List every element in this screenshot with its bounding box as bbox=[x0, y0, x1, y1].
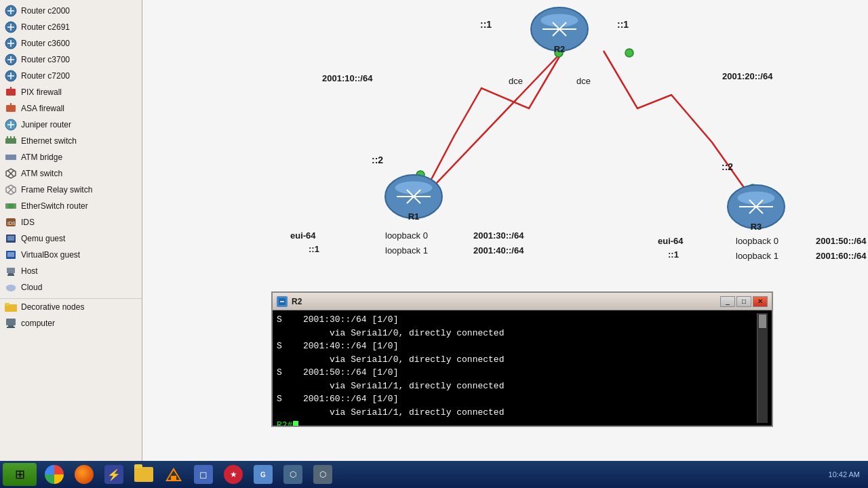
label-r1-2001-30: 2001:30::/64 bbox=[473, 230, 524, 241]
label-r1-2001-40: 2001:40::/64 bbox=[473, 245, 524, 256]
taskbar-chrome[interactable] bbox=[41, 463, 68, 486]
sidebar-item-frame-relay-switch[interactable]: Frame Relay switch bbox=[0, 182, 142, 198]
sidebar-label-ethernet-switch: Ethernet switch bbox=[21, 136, 77, 146]
label-r3-lb1: loopback 1 bbox=[736, 251, 778, 261]
sidebar-label-cloud: Cloud bbox=[21, 283, 42, 292]
label-if-r2-right-1: ::1 bbox=[617, 19, 629, 30]
terminal-minimize-button[interactable]: _ bbox=[720, 296, 735, 307]
sidebar-item-asa-firewall[interactable]: ASA firewall bbox=[0, 100, 142, 117]
label-if-r3-2: ::2 bbox=[722, 161, 733, 172]
router-r3[interactable]: R3 bbox=[726, 183, 787, 233]
terminal-text[interactable]: S 2001:30::/64 [1/0] via Serial1/0, dire… bbox=[277, 313, 757, 423]
sidebar-item-router-c2000[interactable]: Router c2000 bbox=[0, 3, 142, 19]
app7-icon: ⬡ bbox=[283, 465, 302, 484]
topology-area[interactable]: R2 R1 bbox=[142, 0, 868, 461]
sidebar-item-computer[interactable]: computer bbox=[0, 315, 142, 331]
taskbar-gns3[interactable]: G bbox=[250, 463, 277, 486]
svg-rect-43 bbox=[7, 274, 14, 276]
terminal-close-button[interactable]: ✕ bbox=[753, 296, 768, 307]
taskbar-box[interactable]: ◻ bbox=[190, 463, 217, 486]
sidebar-item-virtualbox-guest[interactable]: VirtualBox guest bbox=[0, 247, 142, 263]
taskbar-vlc[interactable] bbox=[160, 463, 187, 486]
svg-point-46 bbox=[10, 285, 16, 289]
sidebar-label-juniper-router: Juniper router bbox=[21, 120, 71, 129]
terminal-controls: _ □ ✕ bbox=[720, 296, 768, 307]
terminal-window[interactable]: R2 _ □ ✕ S 2001:30::/64 [1/0] via Serial… bbox=[271, 291, 773, 427]
terminal-line-0: S 2001:30::/64 [1/0] bbox=[277, 313, 757, 327]
tray-clock: 10:42 AM bbox=[829, 470, 860, 479]
router-r2-label: R2 bbox=[529, 44, 590, 54]
taskbar-firefox[interactable] bbox=[71, 463, 98, 486]
sidebar-item-pix-firewall[interactable]: PIX firewall bbox=[0, 84, 142, 100]
svg-point-54 bbox=[625, 49, 633, 57]
sidebar-item-router-c2691[interactable]: Router c2691 bbox=[0, 19, 142, 35]
sidebar-item-decorative-nodes[interactable]: Decorative nodes bbox=[0, 299, 142, 315]
label-r3-2001-60: 2001:60::/64 bbox=[816, 251, 866, 261]
taskbar-folder[interactable] bbox=[130, 463, 157, 486]
sidebar-item-cloud[interactable]: Cloud bbox=[0, 279, 142, 296]
sidebar-item-router-c3600[interactable]: Router c3600 bbox=[0, 35, 142, 52]
router-c2691-icon bbox=[4, 20, 18, 34]
sidebar-label-router-c3600: Router c3600 bbox=[21, 39, 70, 48]
system-tray: 10:42 AM bbox=[829, 470, 865, 479]
svg-rect-26 bbox=[5, 155, 16, 160]
sidebar-label-host: Host bbox=[21, 266, 38, 276]
terminal-line-5: via Serial1/1, directly connected bbox=[277, 380, 757, 393]
sidebar-label-computer: computer bbox=[21, 319, 55, 328]
folder-icon bbox=[134, 467, 153, 482]
svg-point-34 bbox=[8, 203, 14, 209]
virtualbox-guest-icon bbox=[4, 248, 18, 262]
sidebar-item-ethernet-switch[interactable]: Ethernet switch bbox=[0, 133, 142, 149]
sidebar-label-qemu-guest: Qemu guest bbox=[21, 234, 65, 243]
sidebar-item-router-c3700[interactable]: Router c3700 bbox=[0, 52, 142, 68]
label-dce-left: dce bbox=[509, 76, 523, 86]
taskbar-start-button[interactable]: ⊞ bbox=[3, 463, 37, 486]
svg-rect-15 bbox=[6, 89, 16, 96]
terminal-line-7: via Serial1/1, directly connected bbox=[277, 406, 757, 420]
sidebar-item-juniper-router[interactable]: Juniper router bbox=[0, 117, 142, 133]
sidebar-label-router-c2691: Router c2691 bbox=[21, 22, 70, 32]
sidebar-item-atm-switch[interactable]: ATM switch bbox=[0, 165, 142, 182]
svg-text:IDS: IDS bbox=[7, 221, 16, 226]
label-r3-lb0: loopback 0 bbox=[736, 236, 778, 246]
taskbar-red-app[interactable]: ★ bbox=[220, 463, 247, 486]
svg-point-63 bbox=[395, 181, 433, 195]
sidebar-label-pix-firewall: PIX firewall bbox=[21, 87, 62, 97]
pix-firewall-icon bbox=[4, 85, 18, 99]
taskbar-app7[interactable]: ⬡ bbox=[279, 463, 307, 486]
svg-rect-41 bbox=[7, 268, 15, 273]
sidebar-label-decorative-nodes: Decorative nodes bbox=[21, 302, 84, 312]
sidebar-item-etherswitch-router[interactable]: EtherSwitch router bbox=[0, 198, 142, 214]
atm-switch-icon bbox=[4, 167, 18, 180]
frame-relay-switch-icon bbox=[4, 183, 18, 197]
juniper-router-icon bbox=[4, 118, 18, 131]
sidebar-item-host[interactable]: Host bbox=[0, 263, 142, 279]
sidebar-item-router-c7200[interactable]: Router c7200 bbox=[0, 68, 142, 84]
terminal-restore-button[interactable]: □ bbox=[736, 296, 751, 307]
svg-rect-50 bbox=[8, 325, 14, 327]
router-r3-label: R3 bbox=[726, 222, 787, 232]
svg-rect-42 bbox=[8, 273, 14, 274]
terminal-line-6: S 2001:60::/64 [1/0] bbox=[277, 392, 757, 406]
taskbar-lightning[interactable]: ⚡ bbox=[100, 463, 127, 486]
sidebar-label-router-c2000: Router c2000 bbox=[21, 6, 70, 16]
sidebar-item-ids[interactable]: IDS IDS bbox=[0, 214, 142, 230]
terminal-scrollbar[interactable] bbox=[757, 313, 768, 423]
sidebar-item-qemu-guest[interactable]: Qemu guest bbox=[0, 230, 142, 247]
sidebar-label-router-c3700: Router c3700 bbox=[21, 55, 70, 64]
label-r1-eui64: eui-64 bbox=[290, 230, 316, 241]
svg-rect-48 bbox=[5, 303, 9, 306]
sidebar-label-asa-firewall: ASA firewall bbox=[21, 104, 64, 113]
router-r2[interactable]: R2 bbox=[529, 5, 590, 56]
svg-rect-40 bbox=[7, 252, 14, 257]
taskbar-app8[interactable]: ⬡ bbox=[309, 463, 336, 486]
vlc-icon bbox=[164, 465, 183, 484]
svg-rect-76 bbox=[171, 476, 176, 480]
label-2001-20: 2001:20::/64 bbox=[722, 71, 772, 81]
atm-bridge-icon bbox=[4, 150, 18, 164]
label-if-r2-left-1: ::1 bbox=[480, 19, 492, 30]
sidebar-item-atm-bridge[interactable]: ATM bridge bbox=[0, 149, 142, 165]
terminal-line-2: S 2001:40::/64 [1/0] bbox=[277, 340, 757, 353]
app8-icon: ⬡ bbox=[313, 465, 332, 484]
router-r1[interactable]: R1 bbox=[383, 173, 444, 223]
